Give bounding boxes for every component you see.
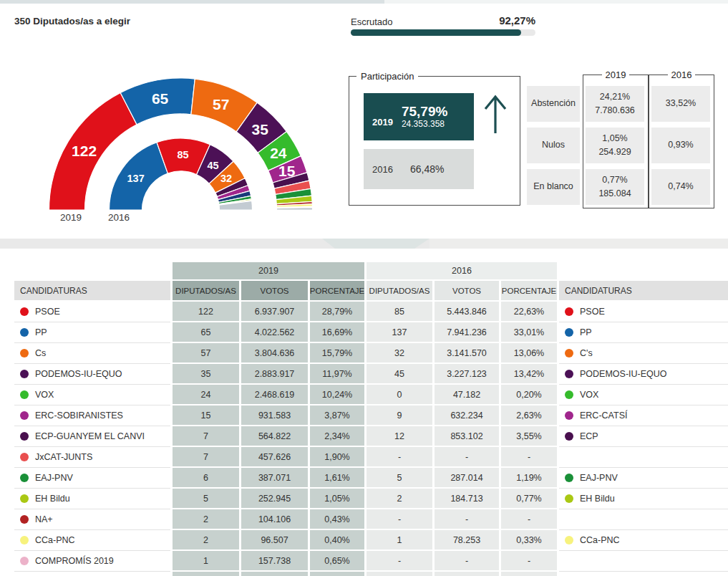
votes-2016-cell: 287.014 [435,468,499,489]
seats-2016-cell: 85 [367,302,432,322]
percent-2016-cell: 0,20% [501,385,557,405]
votes-2016-cell: 3.227.123 [435,364,499,385]
party-color-dot [565,370,573,378]
percent-2016-cell: 13,42% [501,364,557,385]
percent-2016-cell: 2,63% [501,405,557,426]
stat-2016-nulos: 0,93% [651,128,710,163]
party-label-cell-right: CCa-PNC [559,530,728,551]
party-color-dot [565,349,573,357]
seats-2016-cell: 5 [367,468,432,489]
party-color-dot [20,411,29,420]
party-name: ECP-GUANYEM EL CANVI [35,431,145,441]
col-header-diputados-2019: DIPUTADOS/AS [173,281,239,302]
percent-2019-cell: 11,97% [310,364,364,385]
seats-2016-cell: 45 [367,364,432,385]
votes-2016-cell: 632.234 [435,405,499,426]
col-header-votos-2016: VOTOS [435,281,499,302]
seats-2019-cell: 6 [173,468,239,489]
party-color-dot [565,390,573,399]
stat-label-nulos: Nulos [527,128,580,163]
party-label-cell-right [559,551,728,572]
seats-2016-cell: 32 [367,343,432,364]
seats-2016-cell: - [367,447,432,468]
seats-2016-cell: 9 [367,405,432,426]
percent-2019-cell [310,572,364,576]
party-name: COMPROMÍS 2019 [35,556,114,566]
escrutado-label: Escrutado [351,16,393,27]
party-color-dot [565,307,573,316]
party-name: PSOE [580,307,605,317]
percent-2019-cell: 2,34% [310,426,364,447]
votes-2019-cell: 104.106 [241,509,308,530]
hemicycle-seat-label: 137 [127,173,145,184]
seats-2019-cell: 2 [173,530,239,551]
party-label-cell: EAJ-PNV [14,468,170,489]
votes-2019-cell: 6.937.907 [241,302,308,322]
party-label-cell-right [559,572,728,576]
percent-2019-cell: 28,79% [310,302,364,322]
party-label-cell-right [559,509,728,530]
stat-value: 254.929 [598,145,631,159]
hemicycle-seat-label: 122 [72,143,97,159]
party-color-dot [20,432,29,441]
seats-2019-cell: 57 [173,343,239,364]
stat-label-abstencion: Abstención [527,86,580,122]
percent-2019-cell: 15,79% [310,343,364,364]
election-results-page: 350 Diputados/as a elegir Escrutado 92,2… [0,0,728,576]
party-color-dot [20,494,29,503]
party-name: PP [580,327,592,337]
seats-2016-cell [367,572,432,576]
votes-2016-cell: 47.182 [435,385,499,405]
party-name: JxCAT-JUNTS [35,452,92,462]
votes-2019-cell: 457.626 [241,447,308,468]
percent-2016-cell: 1,19% [501,468,557,489]
party-color-dot [565,411,573,420]
party-color-dot [20,370,29,378]
group-header-2016: 2016 [367,262,557,281]
party-color-dot [20,307,29,316]
hemicycle-seat-label: 45 [207,160,218,171]
party-label-cell: NA+ [14,509,170,530]
percent-2019-cell: 10,24% [310,385,364,405]
seats-2019-cell: 1 [173,551,239,572]
party-label-cell: EH Bildu [14,489,170,509]
votes-2016-cell: 853.102 [435,426,499,447]
party-name: EAJ-PNV [580,473,618,483]
percent-2019-cell: 0,43% [310,509,364,530]
group-header-spacer [14,262,170,281]
col-header-porcentaje-2016: PORCENTAJE [501,281,557,302]
percent-2019-cell: 1,05% [310,489,364,509]
stat-2019-nulos: 1,05% 254.929 [586,128,644,163]
seats-2019-cell: 65 [173,322,239,343]
participacion-2019-percent: 75,79% [402,105,447,120]
party-color-dot [20,515,29,524]
percent-2019-cell: 16,69% [310,322,364,343]
seats-2019-cell: 2 [173,509,239,530]
party-color-dot [20,557,29,565]
percent-2016-cell: 0,33% [501,530,557,551]
party-color-dot [20,474,29,482]
participacion-2016-percent: 66,48% [410,163,444,175]
col-header-votos-2019: VOTOS [241,281,308,302]
party-label-cell: PP [14,322,170,343]
hemicycle-year-2019: 2019 [60,212,82,223]
party-name: C's [580,348,593,358]
seats-title: 350 Diputados/as a elegir [14,16,130,27]
escrutado-value: 92,27% [458,14,535,27]
party-name: CCa-PNC [580,535,620,545]
stat-2019-enblanco: 0,77% 185.084 [586,169,644,205]
party-color-dot [20,349,29,357]
stat-value: 7.780.636 [595,104,635,117]
percent-2016-cell: - [501,509,557,530]
party-name: PODEMOS-IU-EQUO [35,369,122,379]
stats-2016-frame-title: 2016 [668,69,696,80]
party-name: ERC-CATSÍ [580,411,627,421]
party-name: PP [35,327,47,337]
participacion-title: Participación [356,71,418,82]
votes-2019-cell: 564.822 [241,426,308,447]
party-label-cell-right: PP [559,322,728,343]
seats-2016-cell: 137 [367,322,432,343]
stat-value: 24,21% [600,90,630,104]
percent-2016-cell [501,572,557,576]
party-label-cell-right: EH Bildu [559,489,728,509]
